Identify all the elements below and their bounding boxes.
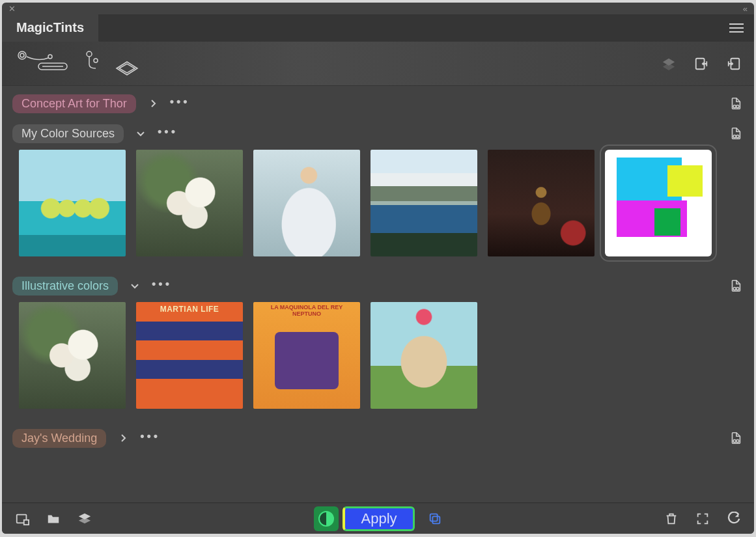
reset-icon[interactable]	[727, 512, 741, 526]
svg-point-2	[48, 55, 52, 59]
chevron-right-icon[interactable]	[115, 430, 131, 446]
apply-group: Apply	[314, 506, 441, 531]
fullscreen-icon[interactable]	[695, 512, 710, 526]
thumbnail-rey-neptuno[interactable]	[253, 302, 360, 409]
svg-point-20	[736, 439, 739, 442]
svg-point-0	[20, 53, 24, 57]
section-header: Concept Art for Thor•••	[12, 91, 744, 116]
header-decor	[12, 49, 143, 79]
chevron-down-icon[interactable]	[133, 126, 148, 141]
close-icon[interactable]: ✕	[8, 4, 16, 14]
thumbnail-crater-lake[interactable]	[371, 150, 477, 256]
tab-magictints[interactable]: MagicTints	[2, 14, 99, 42]
apply-button[interactable]: Apply	[343, 506, 414, 531]
contrast-button[interactable]	[314, 506, 339, 531]
section-wedding: Jay's Wedding•••	[12, 426, 744, 450]
more-icon[interactable]: •••	[140, 430, 160, 446]
chevron-down-icon[interactable]	[127, 278, 143, 294]
new-doc-icon[interactable]	[15, 512, 29, 526]
svg-point-16	[736, 135, 739, 137]
section-illustrative: Illustrative colors•••	[12, 273, 744, 420]
link-file-icon[interactable]	[728, 278, 744, 294]
panel-titlebar: ✕ «	[2, 3, 754, 14]
svg-rect-22	[24, 519, 29, 524]
thumbnail-pears[interactable]	[19, 150, 126, 256]
header-strip	[2, 42, 754, 86]
section-chip[interactable]: Jay's Wedding	[12, 429, 106, 448]
menu-icon[interactable]	[729, 23, 744, 33]
section-header: Jay's Wedding•••	[12, 426, 744, 450]
section-concept: Concept Art for Thor•••	[12, 91, 744, 116]
link-file-icon[interactable]	[728, 430, 744, 446]
stack-icon[interactable]	[77, 512, 92, 526]
section-chip[interactable]: Illustrative colors	[12, 277, 118, 296]
svg-marker-10	[663, 63, 675, 70]
folder-icon[interactable]	[46, 512, 61, 526]
chevron-right-icon[interactable]	[145, 96, 161, 111]
more-icon[interactable]: •••	[152, 278, 172, 294]
svg-point-1	[18, 51, 26, 59]
copy-icon[interactable]	[428, 512, 442, 526]
thumbnail-bride[interactable]	[253, 150, 360, 256]
thumbnail-white-roses-2[interactable]	[19, 302, 126, 409]
svg-point-6	[94, 59, 98, 62]
thumbnail-row	[12, 146, 744, 268]
trash-icon[interactable]	[664, 512, 679, 526]
thumbnail-color-swatch[interactable]	[605, 150, 712, 256]
thumbnail-martian-life[interactable]	[136, 302, 243, 409]
panel-body[interactable]: Concept Art for Thor•••My Color Sources•…	[2, 86, 754, 503]
layers-icon[interactable]	[662, 57, 676, 71]
more-icon[interactable]: •••	[158, 126, 178, 141]
more-icon[interactable]: •••	[170, 96, 190, 111]
svg-marker-24	[79, 517, 91, 523]
section-chip[interactable]: Concept Art for Thor	[12, 94, 136, 113]
section-sources: My Color Sources•••	[12, 121, 744, 268]
svg-point-19	[733, 439, 736, 442]
contrast-icon	[318, 511, 334, 527]
thumbnail-knight-hall[interactable]	[488, 150, 595, 256]
export-icon[interactable]	[727, 57, 741, 71]
link-file-icon[interactable]	[728, 96, 744, 111]
svg-point-18	[736, 287, 739, 290]
section-chip[interactable]: My Color Sources	[12, 124, 124, 143]
svg-point-13	[733, 105, 736, 107]
svg-rect-25	[432, 516, 440, 523]
svg-point-14	[736, 105, 739, 107]
tab-bar: MagicTints	[2, 14, 754, 42]
tab-bar-rest	[99, 14, 754, 42]
thumbnail-egg-house[interactable]	[371, 302, 477, 409]
collapse-icon[interactable]: «	[743, 4, 748, 14]
section-header: Illustrative colors•••	[12, 273, 744, 298]
thumbnail-white-roses[interactable]	[136, 150, 243, 256]
link-file-icon[interactable]	[728, 126, 744, 141]
footer-toolbar: Apply	[2, 503, 754, 534]
thumbnail-row	[12, 298, 744, 420]
section-header: My Color Sources•••	[12, 121, 744, 146]
import-icon[interactable]	[694, 57, 708, 71]
magictints-panel: ✕ « MagicTints	[2, 3, 754, 534]
svg-point-15	[733, 135, 736, 137]
svg-rect-26	[430, 514, 437, 521]
svg-point-5	[87, 51, 92, 57]
svg-point-17	[733, 287, 736, 290]
tab-label: MagicTints	[16, 20, 84, 35]
apply-label: Apply	[361, 510, 397, 527]
